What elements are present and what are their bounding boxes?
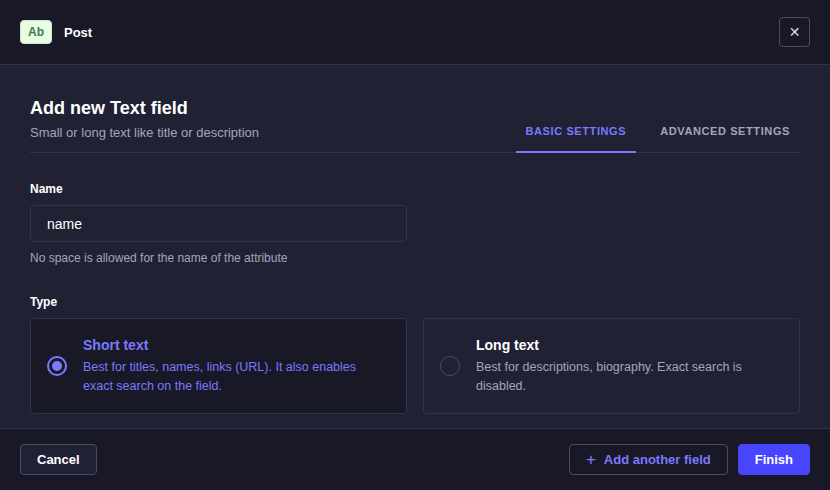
type-option-title: Short text <box>83 337 383 353</box>
type-option-description: Best for titles, names, links (URL). It … <box>83 358 383 394</box>
modal-header: Ab Post ✕ <box>0 0 830 65</box>
type-options: Short text Best for titles, names, links… <box>30 318 800 414</box>
plus-icon: + <box>586 451 596 468</box>
type-option-text: Short text Best for titles, names, links… <box>83 337 383 394</box>
page-subtitle: Small or long text like title or descrip… <box>30 125 259 140</box>
radio-unselected-icon[interactable] <box>440 356 460 376</box>
type-option-short-text[interactable]: Short text Best for titles, names, links… <box>30 318 407 414</box>
field-type-badge: Ab <box>20 20 52 44</box>
finish-button[interactable]: Finish <box>738 444 810 475</box>
close-icon: ✕ <box>789 25 801 39</box>
title-block: Add new Text field Small or long text li… <box>30 98 259 152</box>
add-another-field-label: Add another field <box>604 452 711 467</box>
name-field-label: Name <box>30 182 63 196</box>
tab-basic-settings[interactable]: BASIC SETTINGS <box>516 125 637 153</box>
modal-body: Add new Text field Small or long text li… <box>0 65 830 428</box>
title-row: Add new Text field Small or long text li… <box>30 98 800 153</box>
footer-actions: + Add another field Finish <box>569 444 810 475</box>
name-field-hint: No space is allowed for the name of the … <box>30 251 800 265</box>
name-input[interactable] <box>30 205 407 242</box>
settings-tabs: BASIC SETTINGS ADVANCED SETTINGS <box>516 125 800 152</box>
content-type-title: Post <box>64 25 92 40</box>
page-title: Add new Text field <box>30 98 259 119</box>
name-field-section: Name No space is allowed for the name of… <box>30 179 800 265</box>
type-option-description: Best for descriptions, biography. Exact … <box>476 358 776 394</box>
add-another-field-button[interactable]: + Add another field <box>569 444 728 475</box>
modal-footer: Cancel + Add another field Finish <box>0 428 830 490</box>
close-button[interactable]: ✕ <box>779 17 810 47</box>
type-option-title: Long text <box>476 337 776 353</box>
cancel-button[interactable]: Cancel <box>20 444 97 475</box>
type-field-label: Type <box>30 295 57 309</box>
radio-selected-icon[interactable] <box>47 356 67 376</box>
type-field-section: Type Short text Best for titles, names, … <box>30 292 800 414</box>
type-option-text: Long text Best for descriptions, biograp… <box>476 337 776 394</box>
type-option-long-text[interactable]: Long text Best for descriptions, biograp… <box>423 318 800 414</box>
tab-advanced-settings[interactable]: ADVANCED SETTINGS <box>650 125 800 153</box>
